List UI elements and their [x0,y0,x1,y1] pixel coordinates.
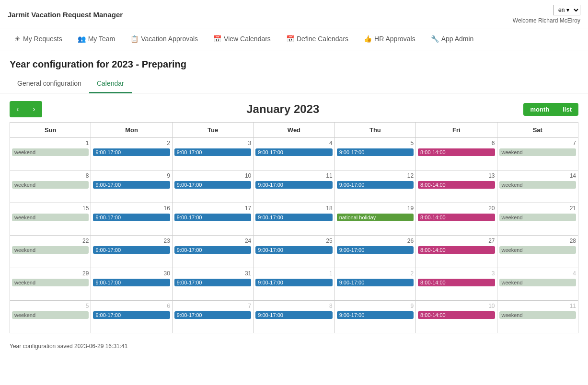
table-row[interactable]: 29:00-17:00 [91,138,172,170]
table-row[interactable]: 89:00-17:00 [254,301,334,333]
lang-select[interactable]: en ▾ [553,5,580,15]
day-event[interactable]: weekend [12,311,89,319]
nav-vacation-approvals[interactable]: 📋 Vacation Approvals [124,29,205,50]
nav-hr-approvals[interactable]: 👍 HR Approvals [357,29,422,50]
table-row[interactable]: 38:00-14:00 [416,268,497,301]
table-row[interactable]: 259:00-17:00 [254,236,334,268]
table-row[interactable]: 119:00-17:00 [254,170,334,203]
table-row[interactable]: 99:00-17:00 [334,301,415,333]
day-event[interactable]: weekend [12,181,89,189]
nav-view-calendars[interactable]: 📅 View Calendars [207,29,277,50]
day-event[interactable]: 9:00-17:00 [255,181,332,189]
table-row[interactable]: 108:00-14:00 [416,301,497,333]
day-event[interactable]: 9:00-17:00 [174,279,251,286]
table-row[interactable]: 4weekend [497,268,578,301]
table-row[interactable]: 189:00-17:00 [254,203,334,236]
col-wed: Wed [254,123,334,138]
nav-define-calendars[interactable]: 📅 Define Calendars [279,29,355,50]
table-row[interactable]: 14weekend [497,170,578,203]
day-event[interactable]: 9:00-17:00 [93,148,170,156]
day-event[interactable]: 9:00-17:00 [337,246,414,254]
nav-my-team[interactable]: 👥 My Team [71,29,122,50]
table-row[interactable]: 99:00-17:00 [91,170,172,203]
table-row[interactable]: 239:00-17:00 [91,236,172,268]
day-event[interactable]: weekend [12,246,89,254]
day-event[interactable]: 9:00-17:00 [174,246,251,254]
day-event[interactable]: national holiday [337,214,414,221]
table-row[interactable]: 129:00-17:00 [334,170,415,203]
tab-general-config[interactable]: General configuration [10,75,89,93]
day-event[interactable]: weekend [12,279,89,286]
table-row[interactable]: 8weekend [10,170,91,203]
table-row[interactable]: 28weekend [497,236,578,268]
table-row[interactable]: 39:00-17:00 [172,138,253,170]
table-row[interactable]: 109:00-17:00 [172,170,253,203]
day-event[interactable]: weekend [499,279,576,286]
month-view-button[interactable]: month [523,103,556,116]
day-event[interactable]: 9:00-17:00 [93,311,170,319]
day-event[interactable]: 9:00-17:00 [174,181,251,189]
table-row[interactable]: 68:00-14:00 [416,138,497,170]
table-row[interactable]: 309:00-17:00 [91,268,172,301]
table-row[interactable]: 208:00-14:00 [416,203,497,236]
day-event[interactable]: 9:00-17:00 [93,181,170,189]
day-event[interactable]: 9:00-17:00 [337,181,414,189]
table-row[interactable]: 49:00-17:00 [254,138,334,170]
day-event[interactable]: 9:00-17:00 [174,148,251,156]
table-row[interactable]: 29:00-17:00 [334,268,415,301]
table-row[interactable]: 319:00-17:00 [172,268,253,301]
table-row[interactable]: 21weekend [497,203,578,236]
day-event[interactable]: 9:00-17:00 [337,311,414,319]
tab-calendar[interactable]: Calendar [89,75,132,93]
day-event[interactable]: 9:00-17:00 [255,311,332,319]
day-event[interactable]: 9:00-17:00 [255,246,332,254]
day-event[interactable]: 8:00-14:00 [418,214,495,221]
day-event[interactable]: 9:00-17:00 [93,279,170,286]
day-event[interactable]: 8:00-14:00 [418,311,495,319]
day-event[interactable]: 8:00-14:00 [418,279,495,286]
day-event[interactable]: weekend [499,181,576,189]
day-event[interactable]: 9:00-17:00 [337,148,414,156]
nav-app-admin-label: App Admin [441,35,474,43]
table-row[interactable]: 7weekend [497,138,578,170]
list-view-button[interactable]: list [556,103,578,116]
table-row[interactable]: 29weekend [10,268,91,301]
table-row[interactable]: 269:00-17:00 [334,236,415,268]
day-event[interactable]: weekend [12,214,89,221]
prev-month-button[interactable]: ‹ [10,101,26,117]
table-row[interactable]: 138:00-14:00 [416,170,497,203]
day-event[interactable]: weekend [499,214,576,221]
day-event[interactable]: 8:00-14:00 [418,148,495,156]
table-row[interactable]: 169:00-17:00 [91,203,172,236]
table-row[interactable]: 69:00-17:00 [91,301,172,333]
table-row[interactable]: 179:00-17:00 [172,203,253,236]
table-row[interactable]: 15weekend [10,203,91,236]
table-row[interactable]: 1weekend [10,138,91,170]
day-event[interactable]: 9:00-17:00 [93,214,170,221]
day-event[interactable]: 9:00-17:00 [255,214,332,221]
day-event[interactable]: 9:00-17:00 [337,279,414,286]
day-event[interactable]: 8:00-14:00 [418,181,495,189]
table-row[interactable]: 249:00-17:00 [172,236,253,268]
table-row[interactable]: 59:00-17:00 [334,138,415,170]
table-row[interactable]: 19:00-17:00 [254,268,334,301]
table-row[interactable]: 11weekend [497,301,578,333]
day-event[interactable]: 9:00-17:00 [255,279,332,286]
day-event[interactable]: 9:00-17:00 [174,311,251,319]
table-row[interactable]: 22weekend [10,236,91,268]
day-event[interactable]: 8:00-14:00 [418,246,495,254]
nav-my-requests[interactable]: ☀ My Requests [8,29,69,50]
table-row[interactable]: 5weekend [10,301,91,333]
day-event[interactable]: weekend [12,148,89,156]
day-event[interactable]: 9:00-17:00 [255,148,332,156]
nav-app-admin[interactable]: 🔧 App Admin [424,29,481,50]
table-row[interactable]: 19national holiday [334,203,415,236]
day-event[interactable]: weekend [499,148,576,156]
next-month-button[interactable]: › [26,101,42,117]
table-row[interactable]: 278:00-14:00 [416,236,497,268]
day-event[interactable]: 9:00-17:00 [93,246,170,254]
day-event[interactable]: 9:00-17:00 [174,214,251,221]
day-event[interactable]: weekend [499,246,576,254]
day-event[interactable]: weekend [499,311,576,319]
table-row[interactable]: 79:00-17:00 [172,301,253,333]
